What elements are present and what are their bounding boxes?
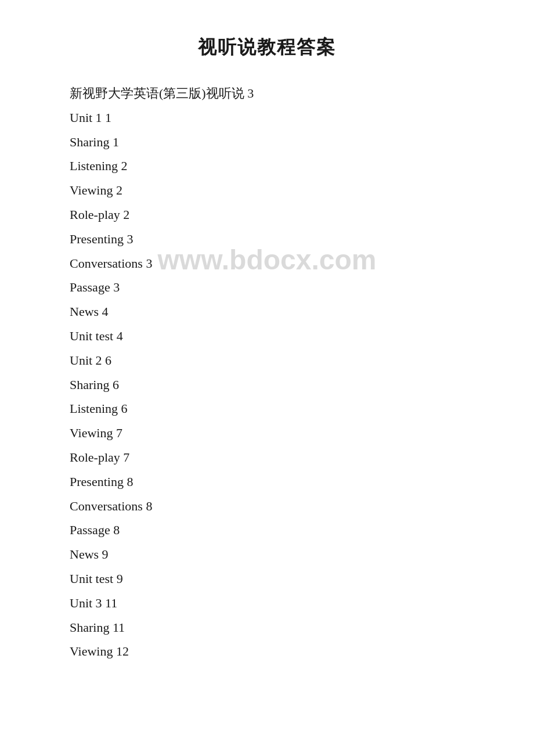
toc-item: Conversations 8 bbox=[70, 494, 464, 519]
toc-item: Role-play 7 bbox=[70, 445, 464, 470]
page-title: 视听说教程答案 bbox=[70, 35, 464, 60]
toc-item: News 4 bbox=[70, 300, 464, 324]
toc-item: Sharing 6 bbox=[70, 373, 464, 397]
toc-item: Viewing 7 bbox=[70, 421, 464, 445]
toc-item: Sharing 1 bbox=[70, 130, 464, 154]
toc-item: Viewing 12 bbox=[70, 639, 464, 664]
toc-item: Viewing 2 bbox=[70, 178, 464, 203]
toc-item: 新视野大学英语(第三版)视听说 3 bbox=[70, 81, 464, 106]
toc-item: Passage 3 bbox=[70, 275, 464, 300]
toc-item: News 9 bbox=[70, 542, 464, 567]
toc-list: 新视野大学英语(第三版)视听说 3Unit 1 1Sharing 1Listen… bbox=[70, 81, 464, 664]
toc-item: Presenting 8 bbox=[70, 470, 464, 494]
toc-item: Unit 1 1 bbox=[70, 106, 464, 130]
toc-item: Listening 6 bbox=[70, 397, 464, 421]
toc-item: Presenting 3 bbox=[70, 227, 464, 251]
toc-item: Unit 3 11 bbox=[70, 591, 464, 615]
toc-item: Role-play 2 bbox=[70, 203, 464, 227]
toc-item: Unit 2 6 bbox=[70, 348, 464, 373]
toc-item: Listening 2 bbox=[70, 154, 464, 178]
toc-item: Unit test 9 bbox=[70, 567, 464, 591]
toc-item: Unit test 4 bbox=[70, 324, 464, 348]
toc-item: Sharing 11 bbox=[70, 615, 464, 640]
toc-item: Conversations 3 bbox=[70, 251, 464, 276]
toc-item: Passage 8 bbox=[70, 518, 464, 542]
